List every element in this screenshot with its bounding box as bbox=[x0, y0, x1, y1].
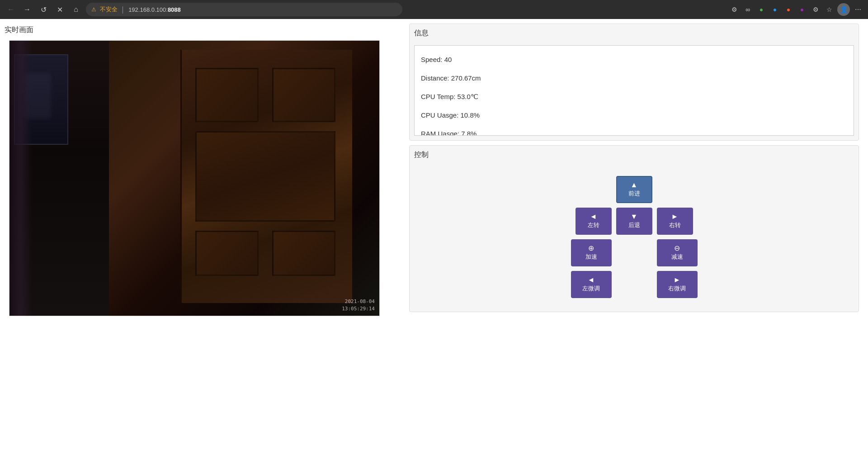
fine-right-button[interactable]: ► 右微调 bbox=[657, 271, 698, 298]
fine-left-button[interactable]: ◄ 左微调 bbox=[571, 271, 612, 298]
video-timestamp: 2021-08-04 13:05:29:14 bbox=[342, 298, 375, 312]
door-panel-top bbox=[195, 68, 259, 122]
browser-icon-4[interactable]: ● bbox=[797, 4, 807, 15]
controls-row-1: ▲ 前进 bbox=[616, 176, 652, 203]
controls-row-3: ⊕ 加速 ⊖ 减速 bbox=[571, 239, 698, 266]
back-label: 后退 bbox=[628, 221, 640, 229]
security-warning-icon: ⚠ bbox=[91, 6, 96, 13]
speedup-label: 加速 bbox=[585, 253, 597, 261]
forward-button[interactable]: → bbox=[21, 3, 33, 16]
browser-icon-2[interactable]: ● bbox=[769, 4, 780, 15]
back-icon: ▼ bbox=[631, 213, 638, 220]
info-section: 信息 Speed: 40 Distance: 270.67cm CPU Temp… bbox=[409, 24, 859, 141]
browser-chrome: ← → ↺ ✕ ⌂ ⚠ 不安全 │ 192.168.0.100:8088 ⚙ ∞… bbox=[0, 0, 868, 19]
left-turn-icon: ◄ bbox=[590, 213, 597, 220]
speedup-button[interactable]: ⊕ 加速 bbox=[571, 239, 612, 266]
fine-left-label: 左微调 bbox=[582, 285, 600, 293]
back-button[interactable]: ← bbox=[5, 3, 17, 16]
left-panel: 实时画面 bbox=[5, 24, 400, 455]
controls-row-4: ◄ 左微调 ► 右微调 bbox=[571, 271, 698, 298]
menu-icon[interactable]: ⋯ bbox=[853, 4, 863, 15]
info-distance: Distance: 270.67cm bbox=[421, 69, 847, 87]
live-feed-title: 实时画面 bbox=[5, 24, 400, 37]
right-turn-button[interactable]: ► 右转 bbox=[657, 208, 693, 235]
infinity-icon[interactable]: ∞ bbox=[742, 4, 753, 15]
slowdown-icon: ⊖ bbox=[674, 245, 680, 252]
url-text: 192.168.0.100:8088 bbox=[128, 6, 181, 13]
video-feed: 2021-08-04 13:05:29:14 bbox=[9, 41, 379, 316]
address-bar[interactable]: ⚠ 不安全 │ 192.168.0.100:8088 bbox=[86, 3, 402, 16]
back-button[interactable]: ▼ 后退 bbox=[616, 208, 652, 235]
speedup-icon: ⊕ bbox=[588, 245, 594, 252]
info-ram-usage: RAM Uasge: 7.8% bbox=[421, 124, 847, 136]
wall-left bbox=[9, 41, 109, 316]
forward-label: 前进 bbox=[628, 190, 640, 198]
controls-grid: ▲ 前进 ◄ 左转 ▼ 后退 ► 右转 bbox=[414, 167, 854, 307]
settings-icon[interactable]: ⚙ bbox=[810, 4, 821, 15]
extensions-icon[interactable]: ⚙ bbox=[729, 4, 740, 15]
info-speed: Speed: 40 bbox=[421, 50, 847, 69]
browser-toolbar-icons: ⚙ ∞ ● ● ● ● ⚙ ☆ 👤 ⋯ bbox=[729, 3, 863, 16]
curtain bbox=[9, 41, 32, 316]
info-cpu-usage: CPU Uasge: 10.8% bbox=[421, 106, 847, 124]
favorites-icon[interactable]: ☆ bbox=[824, 4, 835, 15]
door-panel-mid bbox=[195, 131, 335, 222]
home-button[interactable]: ⌂ bbox=[70, 3, 82, 16]
door-panel-bot2 bbox=[272, 231, 335, 276]
url-separator: │ bbox=[121, 6, 125, 13]
info-cpu-temp: CPU Temp: 53.0℃ bbox=[421, 87, 847, 106]
door-shape bbox=[180, 50, 352, 303]
fine-right-icon: ► bbox=[674, 276, 681, 284]
controls-section: 控制 ▲ 前进 ◄ 左转 ▼ 后退 bbox=[409, 145, 859, 312]
page-content: 实时画面 bbox=[0, 19, 868, 460]
fine-right-label: 右微调 bbox=[668, 285, 686, 293]
left-turn-label: 左转 bbox=[588, 221, 599, 229]
slowdown-button[interactable]: ⊖ 减速 bbox=[657, 239, 698, 266]
video-container: 2021-08-04 13:05:29:14 bbox=[9, 40, 380, 316]
stop-button[interactable]: ✕ bbox=[53, 3, 66, 16]
door-panel-bot bbox=[195, 231, 259, 276]
controls-section-title: 控制 bbox=[414, 150, 854, 162]
controls-row-2: ◄ 左转 ▼ 后退 ► 右转 bbox=[576, 208, 693, 235]
left-turn-button[interactable]: ◄ 左转 bbox=[576, 208, 612, 235]
user-avatar[interactable]: 👤 bbox=[837, 3, 850, 16]
forward-icon: ▲ bbox=[631, 181, 638, 189]
right-turn-icon: ► bbox=[671, 213, 679, 220]
fine-left-icon: ◄ bbox=[588, 276, 595, 284]
right-panel: 信息 Speed: 40 Distance: 270.67cm CPU Temp… bbox=[405, 24, 863, 455]
right-turn-label: 右转 bbox=[669, 221, 681, 229]
info-section-title: 信息 bbox=[414, 28, 854, 41]
browser-icon-3[interactable]: ● bbox=[783, 4, 794, 15]
forward-button[interactable]: ▲ 前进 bbox=[616, 176, 652, 203]
warning-text: 不安全 bbox=[100, 5, 118, 14]
door-panel-top2 bbox=[272, 68, 335, 122]
browser-icon-1[interactable]: ● bbox=[756, 4, 767, 15]
reload-button[interactable]: ↺ bbox=[37, 3, 50, 16]
info-box[interactable]: Speed: 40 Distance: 270.67cm CPU Temp: 5… bbox=[414, 45, 854, 136]
slowdown-label: 减速 bbox=[671, 253, 683, 261]
